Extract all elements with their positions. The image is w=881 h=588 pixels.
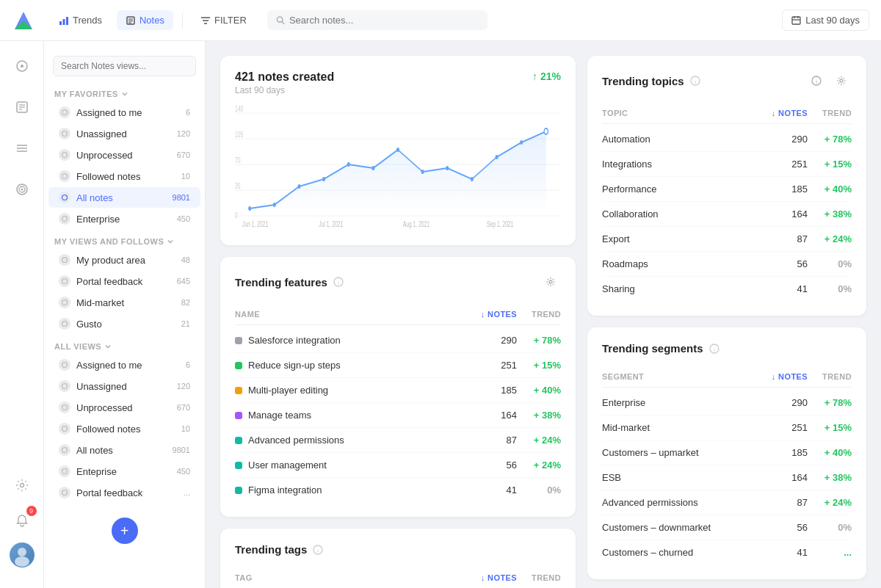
chevron-down-icon — [167, 238, 174, 245]
notes-icon — [126, 15, 136, 26]
nav-notes-icon[interactable] — [9, 94, 35, 120]
nav-item-count: 670 — [177, 150, 190, 159]
table-row[interactable]: Integrations 251 + 15% — [602, 152, 852, 177]
nav-item[interactable]: Unprocessed 670 — [48, 145, 200, 165]
info-icon[interactable]: i — [333, 277, 344, 287]
table-row[interactable]: Manage teams 164 + 38% — [235, 403, 561, 428]
svg-point-71 — [496, 155, 498, 159]
table-row[interactable]: Collaboration 164 + 38% — [602, 202, 852, 227]
all-views-section[interactable]: ALL VIEWS — [44, 335, 205, 354]
nav-item[interactable]: Gusto 21 — [48, 313, 200, 334]
table-row[interactable]: Advanced permissions 87 + 24% — [235, 428, 561, 453]
nav-item[interactable]: Followed notes 10 — [48, 418, 200, 439]
nav-item[interactable]: My product area 48 — [48, 250, 200, 270]
row-name: Salesforce integration — [235, 335, 458, 346]
nav-search-input[interactable] — [53, 56, 196, 76]
user-avatar[interactable] — [10, 542, 35, 567]
nav-item-label: Portal feedback — [76, 276, 171, 287]
my-favorites-section[interactable]: MY FAVORITES — [44, 82, 205, 101]
col-trend-tag-header: TREND — [517, 573, 561, 582]
table-row[interactable]: Salesforce integration 290 + 78% — [235, 328, 561, 353]
info-icon[interactable]: i — [690, 76, 700, 86]
nav-item-count: 670 — [177, 403, 190, 412]
table-row[interactable]: Figma integration 41 0% — [235, 478, 561, 502]
table-row[interactable]: Reduce sign-up steps 251 + 15% — [235, 353, 561, 378]
add-note-button[interactable]: + — [112, 518, 138, 544]
nav-item[interactable]: Portal feedback 645 — [48, 271, 200, 291]
col-topic-header: TOPIC — [602, 109, 749, 117]
row-count: 87 — [749, 497, 808, 508]
table-row[interactable]: Export 87 + 24% — [602, 227, 852, 252]
table-row[interactable]: Automation 290 + 78% — [602, 127, 852, 152]
row-count: 251 — [749, 422, 808, 433]
table-row[interactable]: ESB 164 + 38% — [602, 465, 852, 490]
nav-item[interactable]: Assigned to me 6 — [48, 355, 200, 375]
topics-info-button[interactable]: i — [806, 70, 827, 91]
table-row[interactable]: Advanced permissions 87 + 24% — [602, 490, 852, 515]
search-bar — [267, 10, 487, 30]
table-row[interactable]: Sharing 41 0% — [602, 277, 852, 301]
row-name: Export — [602, 233, 749, 244]
svg-point-63 — [297, 184, 300, 189]
row-count: 251 — [458, 360, 517, 371]
nav-sidebar: MY FAVORITES Assigned to me 6 Unassigned… — [44, 41, 206, 588]
nav-item[interactable]: Enterprise 450 — [48, 208, 200, 229]
line-chart: 140 105 70 35 0 — [235, 98, 561, 231]
nav-item[interactable]: Unprocessed 670 — [48, 397, 200, 418]
nav-target-icon[interactable] — [9, 176, 35, 203]
topics-settings-button[interactable] — [831, 70, 852, 91]
svg-text:Sep 1, 2021: Sep 1, 2021 — [487, 220, 513, 229]
date-range-button[interactable]: Last 90 days — [782, 10, 869, 31]
notes-label: Notes — [139, 15, 164, 26]
nav-item[interactable]: Unassigned 120 — [48, 123, 200, 144]
trends-tab[interactable]: Trends — [50, 10, 111, 30]
chart-card: 421 notes created Last 90 days ↑ 21% — [220, 56, 576, 245]
row-trend: + 24% — [808, 497, 852, 508]
trending-topics-header: Trending topics i i — [602, 70, 852, 91]
row-trend: + 38% — [517, 410, 561, 421]
row-count: 56 — [749, 522, 808, 533]
svg-point-72 — [520, 140, 523, 145]
features-settings-button[interactable] — [540, 272, 561, 292]
nav-item[interactable]: All notes 9801 — [48, 440, 200, 460]
trending-topics-title: Trending topics — [602, 75, 684, 87]
table-row[interactable]: Roadmaps 56 0% — [602, 252, 852, 277]
row-name: Customers – downmarket — [602, 522, 749, 533]
table-row[interactable]: Mid-market 251 + 15% — [602, 415, 852, 440]
table-row[interactable]: User management 56 + 24% — [235, 453, 561, 478]
svg-text:70: 70 — [235, 156, 241, 165]
nav-home-icon[interactable] — [9, 53, 35, 79]
nav-item[interactable]: Followed notes 10 — [48, 166, 200, 186]
search-input[interactable] — [289, 15, 479, 26]
row-color-dot — [235, 487, 242, 494]
row-trend: + 24% — [517, 435, 561, 446]
filter-icon — [200, 15, 211, 26]
table-row[interactable]: Multi-player editing 185 + 40% — [235, 378, 561, 403]
nav-item[interactable]: Mid-market 82 — [48, 292, 200, 313]
table-row[interactable]: Performance 185 + 40% — [602, 177, 852, 202]
row-count: 41 — [749, 283, 808, 294]
row-trend: + 15% — [808, 422, 852, 433]
table-row[interactable]: Customers – downmarket 56 0% — [602, 515, 852, 540]
info-icon[interactable]: i — [313, 545, 323, 555]
row-count: 87 — [458, 435, 517, 446]
nav-list-icon[interactable] — [9, 135, 35, 161]
table-row[interactable]: Customers – upmarket 185 + 40% — [602, 440, 852, 465]
nav-settings-icon[interactable] — [9, 472, 35, 498]
table-row[interactable]: Enterprise 290 + 78% — [602, 391, 852, 415]
my-views-section[interactable]: MY VIEWS AND FOLLOWS — [44, 230, 205, 249]
info-icon[interactable]: i — [709, 344, 719, 354]
nav-item[interactable]: Assigned to me 6 — [48, 102, 200, 123]
nav-item[interactable]: All notes 9801 — [48, 187, 200, 208]
calendar-icon — [791, 15, 801, 25]
table-row[interactable]: Customers – churned 41 ... — [602, 540, 852, 565]
svg-point-87 — [840, 79, 843, 82]
nav-item[interactable]: Enteprise 450 — [48, 461, 200, 482]
filter-button[interactable]: FILTER — [192, 10, 255, 30]
svg-text:105: 105 — [235, 131, 243, 139]
nav-item-icon — [59, 275, 70, 287]
trending-topics-card: Trending topics i i TOPIC ↓ NOTES — [587, 56, 866, 316]
notes-tab[interactable]: Notes — [117, 10, 173, 30]
nav-item[interactable]: Portal feedback ... — [48, 482, 200, 503]
nav-item[interactable]: Unassigned 120 — [48, 376, 200, 396]
